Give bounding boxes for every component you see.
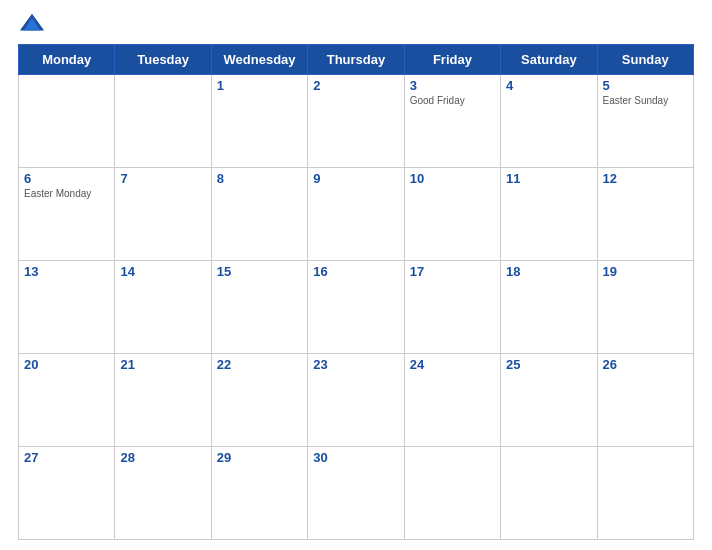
calendar-cell: 23 [308, 354, 404, 447]
day-number: 9 [313, 171, 398, 186]
day-number: 11 [506, 171, 591, 186]
calendar-week-row: 27282930 [19, 447, 694, 540]
day-number: 8 [217, 171, 302, 186]
calendar-cell [597, 447, 693, 540]
calendar-cell: 5Easter Sunday [597, 75, 693, 168]
calendar-cell: 22 [211, 354, 307, 447]
calendar-cell: 1 [211, 75, 307, 168]
calendar-cell: 27 [19, 447, 115, 540]
day-number: 16 [313, 264, 398, 279]
calendar-cell: 19 [597, 261, 693, 354]
calendar-cell: 7 [115, 168, 211, 261]
day-number: 13 [24, 264, 109, 279]
day-number: 15 [217, 264, 302, 279]
day-number: 23 [313, 357, 398, 372]
calendar-week-row: 123Good Friday45Easter Sunday [19, 75, 694, 168]
calendar-cell: 4 [501, 75, 597, 168]
calendar-cell: 11 [501, 168, 597, 261]
calendar-cell [19, 75, 115, 168]
day-header-saturday: Saturday [501, 45, 597, 75]
calendar-cell: 25 [501, 354, 597, 447]
day-number: 27 [24, 450, 109, 465]
day-number: 7 [120, 171, 205, 186]
day-number: 28 [120, 450, 205, 465]
calendar-cell: 20 [19, 354, 115, 447]
logo [18, 10, 50, 38]
day-header-sunday: Sunday [597, 45, 693, 75]
day-number: 14 [120, 264, 205, 279]
day-number: 10 [410, 171, 495, 186]
calendar-cell: 29 [211, 447, 307, 540]
day-number: 21 [120, 357, 205, 372]
day-header-wednesday: Wednesday [211, 45, 307, 75]
calendar-cell: 30 [308, 447, 404, 540]
holiday-label: Good Friday [410, 95, 495, 106]
calendar-cell: 12 [597, 168, 693, 261]
day-number: 5 [603, 78, 688, 93]
day-number: 18 [506, 264, 591, 279]
day-number: 2 [313, 78, 398, 93]
day-number: 22 [217, 357, 302, 372]
calendar-cell: 9 [308, 168, 404, 261]
calendar-cell: 26 [597, 354, 693, 447]
logo-bird-icon [18, 10, 46, 38]
calendar-cell: 3Good Friday [404, 75, 500, 168]
holiday-label: Easter Monday [24, 188, 109, 199]
day-number: 3 [410, 78, 495, 93]
day-number: 6 [24, 171, 109, 186]
day-header-monday: Monday [19, 45, 115, 75]
calendar-cell: 16 [308, 261, 404, 354]
calendar-cell: 10 [404, 168, 500, 261]
calendar-cell: 28 [115, 447, 211, 540]
calendar-cell: 18 [501, 261, 597, 354]
day-number: 19 [603, 264, 688, 279]
holiday-label: Easter Sunday [603, 95, 688, 106]
calendar-cell: 6Easter Monday [19, 168, 115, 261]
calendar-week-row: 20212223242526 [19, 354, 694, 447]
calendar-cell [501, 447, 597, 540]
calendar-cell: 15 [211, 261, 307, 354]
day-number: 12 [603, 171, 688, 186]
calendar-cell: 24 [404, 354, 500, 447]
calendar-week-row: 6Easter Monday789101112 [19, 168, 694, 261]
calendar-cell: 14 [115, 261, 211, 354]
day-header-thursday: Thursday [308, 45, 404, 75]
calendar-cell: 21 [115, 354, 211, 447]
day-number: 17 [410, 264, 495, 279]
calendar-table: MondayTuesdayWednesdayThursdayFridaySatu… [18, 44, 694, 540]
day-number: 25 [506, 357, 591, 372]
calendar-cell: 13 [19, 261, 115, 354]
calendar-header [18, 10, 694, 38]
day-number: 1 [217, 78, 302, 93]
day-header-friday: Friday [404, 45, 500, 75]
day-number: 24 [410, 357, 495, 372]
calendar-cell: 17 [404, 261, 500, 354]
calendar-header-row: MondayTuesdayWednesdayThursdayFridaySatu… [19, 45, 694, 75]
day-number: 4 [506, 78, 591, 93]
day-number: 30 [313, 450, 398, 465]
calendar-cell: 8 [211, 168, 307, 261]
calendar-cell: 2 [308, 75, 404, 168]
calendar-week-row: 13141516171819 [19, 261, 694, 354]
day-header-tuesday: Tuesday [115, 45, 211, 75]
calendar-cell [115, 75, 211, 168]
day-number: 20 [24, 357, 109, 372]
day-number: 29 [217, 450, 302, 465]
calendar-cell [404, 447, 500, 540]
day-number: 26 [603, 357, 688, 372]
